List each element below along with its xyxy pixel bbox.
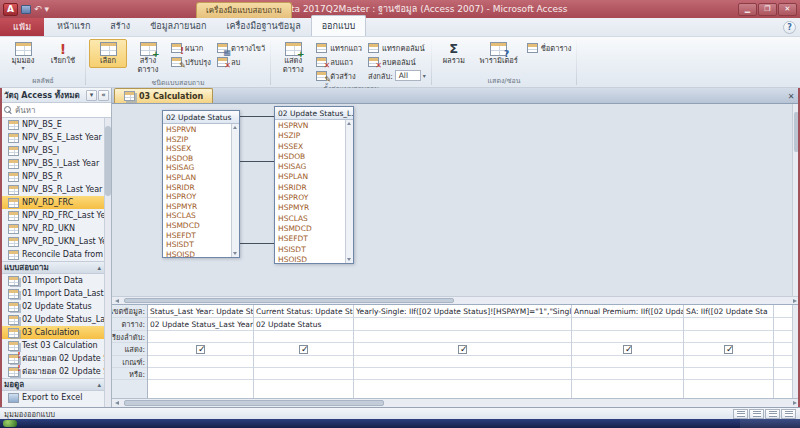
grid-show-cell[interactable] [148,343,253,356]
field-row[interactable]: HSRIDR [278,183,345,193]
insert-rows-button[interactable]: แทรกแถว [314,41,364,54]
field-row[interactable]: HSISAG [278,162,345,172]
grid-table-cell[interactable] [684,318,773,331]
show-checkbox[interactable] [458,345,467,354]
nav-query-item[interactable]: ต่อมายอด 02 Update Status [0,352,104,365]
grid-field-cell[interactable]: SA: IIf([02 Update Sta [684,305,773,318]
field-row[interactable]: HSPLAN [278,172,345,182]
nav-table-item[interactable]: Reconcile Data from Access [0,248,104,261]
select-query-button[interactable]: เลือก [89,39,127,68]
nav-scrollbar[interactable] [104,118,111,407]
nav-table-item[interactable]: NPV_BS_R [0,170,104,183]
grid-table-cell[interactable] [572,318,683,331]
nav-table-item[interactable]: NPV_RD_UKN [0,222,104,235]
nav-query-item[interactable]: ต่อมายอด 02 Update Status [0,365,104,378]
save-icon[interactable] [21,5,31,14]
grid-criteria-cell[interactable] [572,356,683,368]
field-row[interactable]: HSOISD [278,255,345,263]
field-row[interactable]: HSPRVN [278,121,345,131]
nav-table-item[interactable]: NPV_RD_UKN_Last Year [0,235,104,248]
document-close-icon[interactable]: ✕ [785,90,797,102]
scrollbar-thumb[interactable] [124,400,384,406]
grid-show-cell[interactable] [684,343,773,356]
minimize-button[interactable]: ▁ [738,3,757,16]
field-row[interactable]: HSPROY [278,193,345,203]
show-checkbox[interactable] [623,345,632,354]
field-row[interactable]: HSISDT [166,240,231,250]
join-line[interactable] [240,161,274,162]
parameters-button[interactable]: พารามิเตอร์ [475,39,523,68]
builder-button[interactable]: ตัวสร้าง [314,69,364,82]
field-row[interactable]: HSPRVN [166,125,231,135]
nav-query-item[interactable]: 01 Import Data_Last Year [0,287,104,300]
grid-show-cell[interactable] [354,343,571,356]
nav-query-item[interactable]: 02 Update Status_Last Year [0,313,104,326]
undo-icon[interactable]: ↶ [34,3,42,16]
ribbon-tab[interactable]: เครื่องมือฐานข้อมูล [216,16,310,36]
field-row[interactable]: HSEFDT [166,231,231,241]
field-row[interactable]: HSDOB [166,154,231,164]
grid-table-cell[interactable] [354,318,571,331]
show-checkbox[interactable] [196,345,205,354]
field-row[interactable]: HSCLAS [278,214,345,224]
grid-or-cell[interactable] [254,368,353,380]
grid-field-cell[interactable]: Current Status: Update Status [254,305,353,318]
ribbon-tab[interactable]: หน้าแรก [47,16,100,36]
field-row[interactable]: HSZIP [278,131,345,141]
grid-horizontal-scrollbar[interactable] [112,398,800,407]
grid-show-cell[interactable] [572,343,683,356]
grid-table-cell[interactable]: 02 Update Status_Last Year [148,318,253,331]
field-list-scrollbar[interactable] [231,124,239,257]
grid-sort-cell[interactable] [254,331,353,343]
access-app-icon[interactable]: A [3,3,18,16]
totals-button[interactable]: ผลรวม [435,39,473,68]
nav-menu-chevron-icon[interactable]: ▾ [86,90,97,101]
field-row[interactable]: HSISAG [166,163,231,173]
scroll-left-icon[interactable] [115,401,119,405]
return-combo[interactable]: ส่งกลับ: All ▾ [366,69,428,82]
append-button[interactable]: ผนวก [169,41,213,54]
field-row[interactable]: HSCLAS [166,211,231,221]
field-row[interactable]: HSSEX [278,142,345,152]
nav-table-item[interactable]: NPV_BS_I [0,144,104,157]
nav-query-item[interactable]: 03 Calculation [0,326,104,339]
show-checkbox[interactable] [299,345,308,354]
pivottable-view-button[interactable] [749,409,764,419]
field-row[interactable]: HSMDCD [278,224,345,234]
document-tab[interactable]: 03 Calculation [114,88,213,103]
grid-field-cell[interactable]: Yearly-Single: IIf([02 Update Status]![H… [354,305,571,318]
grid-table-cell[interactable]: 02 Update Status [254,318,353,331]
delete-query-button[interactable]: ลบ [215,55,267,68]
grid-or-cell[interactable] [572,368,683,380]
nav-query-item[interactable]: 02 Update Status [0,300,104,313]
show-checkbox[interactable] [724,345,733,354]
field-row[interactable]: HSISDT [278,245,345,255]
nav-table-item[interactable]: NPV_RD_FRC_Last Year [0,209,104,222]
scrollbar-thumb[interactable] [124,298,454,303]
design-view-button[interactable] [781,409,796,419]
nav-shutter-icon[interactable]: « [98,90,109,101]
crosstab-button[interactable]: ตารางไขว้ [215,41,267,54]
field-row[interactable]: HSRIDR [166,183,231,193]
field-row[interactable]: HSSEX [166,144,231,154]
grid-sort-cell[interactable] [148,331,253,343]
scroll-right-icon[interactable] [793,299,797,303]
field-row[interactable]: HSPLAN [166,173,231,183]
grid-or-cell[interactable] [684,368,773,380]
grid-criteria-cell[interactable] [254,356,353,368]
scroll-right-icon[interactable] [793,401,797,405]
field-list-scrollbar[interactable] [345,120,353,263]
start-button[interactable] [3,420,17,427]
close-button[interactable]: ✕ [778,3,797,16]
field-row[interactable]: HSMDCD [166,221,231,231]
show-table-button[interactable]: แสดงตาราง [274,39,312,76]
nav-table-item[interactable]: NPV_BS_R_Last Year [0,183,104,196]
ribbon-tab[interactable]: ข้อมูลภายนอก [140,16,216,36]
field-row[interactable]: HSOISD [166,250,231,257]
insert-columns-button[interactable]: แทรกคอลัมน์ [366,41,428,54]
grid-show-cell[interactable] [254,343,353,356]
grid-criteria-cell[interactable] [354,356,571,368]
surface-horizontal-scrollbar[interactable] [112,296,800,305]
field-row[interactable]: HSDOB [278,152,345,162]
field-row[interactable]: HSEFDT [278,234,345,244]
